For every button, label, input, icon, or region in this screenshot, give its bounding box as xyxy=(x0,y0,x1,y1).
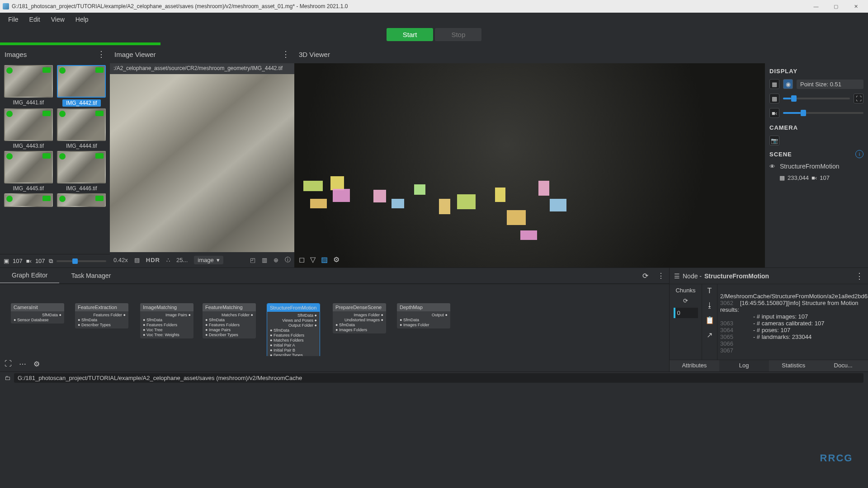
cam-badge xyxy=(42,153,51,159)
snapshot-icon[interactable]: 📷 xyxy=(769,136,779,145)
node-inspector: ☰ Node - StructureFromMotion ⋮ Chunks ⟳ … xyxy=(669,268,868,371)
bbox-icon[interactable]: ◻ xyxy=(299,255,305,264)
node-menu-icon[interactable]: ⋮ xyxy=(855,271,863,281)
image-viewer-menu-icon[interactable]: ⋮ xyxy=(282,49,290,59)
camera-frustum[interactable] xyxy=(392,199,404,208)
crop-icon[interactable]: ◰ xyxy=(250,257,255,263)
maximize-button[interactable]: ▢ xyxy=(826,1,845,12)
download-icon[interactable]: ⭳ xyxy=(706,301,713,310)
camera-frustum[interactable] xyxy=(373,190,386,202)
tri-icon[interactable]: ▽ xyxy=(310,255,316,264)
images-menu-icon[interactable]: ⋮ xyxy=(97,49,105,59)
tab-graph-editor[interactable]: Graph Editor xyxy=(0,268,59,283)
thumbnail[interactable]: IMG_4446.tif xyxy=(56,151,108,192)
graph-node[interactable]: FeatureExtractionFeatures Folder ●● SfmD… xyxy=(75,303,128,328)
channels-icon[interactable]: ▨ xyxy=(134,257,140,263)
graph-node[interactable]: PrepareDenseSceneImages Folder ●Undistor… xyxy=(333,303,386,333)
chunks-label: Chunks xyxy=(675,287,695,294)
thumbnail[interactable]: IMG_4442.tif xyxy=(56,65,108,107)
menu-file[interactable]: File xyxy=(4,14,23,25)
thumbnail[interactable]: IMG_4445.tif xyxy=(3,151,54,192)
cam-badge xyxy=(95,67,104,73)
thumbnail[interactable] xyxy=(3,193,54,207)
hdr-toggle[interactable]: HDR xyxy=(146,257,160,263)
thumbnail-label: IMG_4442.tif xyxy=(62,99,101,107)
close-button[interactable]: ✕ xyxy=(846,1,865,12)
watermark: RRCG xyxy=(809,445,863,472)
graph-node[interactable]: CameraInitSfMData ●● Sensor Database xyxy=(11,303,64,324)
tab-statistics[interactable]: Statistics xyxy=(769,360,819,371)
graph-node[interactable]: StructureFromMotionSfMData ●Views and Po… xyxy=(267,303,320,356)
3d-viewer-header: 3D Viewer xyxy=(294,45,868,63)
camera-frustum[interactable] xyxy=(550,199,566,211)
start-button[interactable]: Start xyxy=(387,28,434,41)
thumbnail[interactable]: IMG_4441.tif xyxy=(3,65,54,107)
view-mode-dropdown[interactable]: image▾ xyxy=(194,256,223,264)
more-icon[interactable]: ⋯ xyxy=(19,360,26,368)
globe-icon[interactable]: ⊕ xyxy=(274,257,278,263)
3d-viewport[interactable]: ◻ ▽ ▨ ⚙ xyxy=(294,63,765,267)
gear-icon[interactable]: ⚙ xyxy=(333,255,340,264)
camera-frustum[interactable] xyxy=(520,230,537,240)
camera-frustum[interactable] xyxy=(303,181,323,191)
photo-count: 107 xyxy=(13,258,23,264)
fullscreen-icon[interactable]: ⛶ xyxy=(5,360,12,368)
eye-icon[interactable]: 👁 xyxy=(769,163,775,170)
graph-canvas[interactable]: CameraInitSfMData ●● Sensor DatabaseFeat… xyxy=(0,284,669,356)
clipboard-icon[interactable]: 📋 xyxy=(705,316,714,324)
status-badge xyxy=(6,67,13,74)
cam-size-slider[interactable] xyxy=(783,112,863,114)
stats-icon[interactable]: ▥ xyxy=(262,257,267,263)
camera-frustum[interactable] xyxy=(330,176,344,190)
menu-help[interactable]: Help xyxy=(71,14,93,25)
graph-menu-icon[interactable]: ⋮ xyxy=(653,272,669,280)
image-viewport[interactable] xyxy=(110,74,294,252)
camera-frustum[interactable] xyxy=(495,188,505,202)
status-badge xyxy=(59,67,66,74)
thumbnail[interactable] xyxy=(56,193,108,207)
cam-toggle-icon[interactable]: ■‹ xyxy=(769,108,779,118)
camera-frustum[interactable] xyxy=(439,199,450,214)
camera-frustum[interactable] xyxy=(538,181,549,196)
thumb-size-icon: ⧉ xyxy=(49,258,53,265)
scene-node-name[interactable]: StructureFromMotion xyxy=(780,163,839,170)
zoom-level[interactable]: 0.42x xyxy=(113,257,128,263)
thumb-size-slider[interactable] xyxy=(57,260,106,262)
tab-log[interactable]: Log xyxy=(719,360,769,371)
settings-icon[interactable]: ⚙ xyxy=(33,360,40,368)
refresh-icon[interactable]: ⟳ xyxy=(638,272,653,280)
status-badge xyxy=(59,111,66,117)
tab-task-manager[interactable]: Task Manager xyxy=(59,268,123,283)
info-icon[interactable]: ⓘ xyxy=(285,256,291,264)
camera-frustum[interactable] xyxy=(310,199,327,208)
camera-frustum[interactable] xyxy=(333,189,350,202)
camera-frustum[interactable] xyxy=(457,194,476,209)
camera-frustum[interactable] xyxy=(414,184,425,195)
point-icon[interactable]: ◉ xyxy=(783,79,793,89)
menu-edit[interactable]: Edit xyxy=(25,14,45,25)
fstop-icon[interactable]: ∴ xyxy=(166,257,170,263)
checker-icon[interactable]: ▩ xyxy=(769,94,779,103)
chunks-refresh-icon[interactable]: ⟳ xyxy=(683,297,688,304)
chunk-0[interactable]: 0 xyxy=(674,308,698,318)
menu-view[interactable]: View xyxy=(47,14,69,25)
graph-node[interactable]: DepthMapOutput ●● SfmData● Images Folder xyxy=(397,303,450,328)
point-size-slider[interactable] xyxy=(783,98,850,99)
scene-info-icon[interactable]: i xyxy=(855,150,863,158)
hatch-icon[interactable]: ▨ xyxy=(321,255,328,264)
graph-node[interactable]: ImageMatchingImage Pairs ●● SfmData● Fea… xyxy=(140,303,193,338)
text-icon[interactable]: T xyxy=(708,287,712,295)
grid-icon[interactable]: ▦ xyxy=(769,79,779,89)
minimize-button[interactable]: — xyxy=(807,1,826,12)
cache-path[interactable]: G:/181_photoscan_project/TUTORIAL/exampl… xyxy=(14,373,863,383)
graph-node[interactable]: FeatureMatchingMatches Folder ●● SfmData… xyxy=(203,303,256,338)
expand-icon[interactable]: ⛶ xyxy=(854,94,863,103)
thumbnail[interactable]: IMG_4444.tif xyxy=(56,108,108,149)
log-output[interactable]: 2/MeshroomCache/StructureFromMotion/a2e1… xyxy=(717,284,868,360)
thumbnail[interactable]: IMG_4443.tif xyxy=(3,108,54,149)
camera-frustum[interactable] xyxy=(507,210,526,225)
cam-badge xyxy=(42,67,51,73)
open-ext-icon[interactable]: ↗ xyxy=(707,331,712,339)
tab-documentation[interactable]: Docu... xyxy=(818,360,868,371)
tab-attributes[interactable]: Attributes xyxy=(670,360,719,371)
